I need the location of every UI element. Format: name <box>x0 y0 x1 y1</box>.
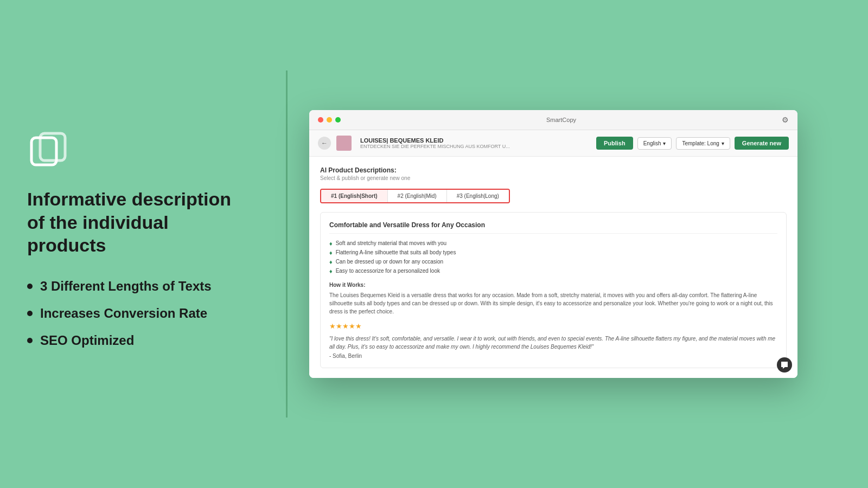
diamond-icon-1: ♦ <box>329 240 333 247</box>
product-info: LOUISES| BEQUEMES KLEID ENTDECKEN SIE DI… <box>360 137 510 149</box>
section-title: AI Product Descriptions: <box>320 166 787 174</box>
product-name: LOUISES| BEQUEMES KLEID <box>360 137 510 144</box>
section-subtitle: Select & publish or generate new one <box>320 175 787 181</box>
template-dropdown[interactable]: Template: Long ▾ <box>676 137 730 150</box>
feature-item-1: 3 Different Lengths of Texts <box>27 279 233 294</box>
vertical-divider <box>286 70 288 418</box>
bullet-point-3: ♦ Can be dressed up or down for any occa… <box>329 259 777 265</box>
browser-title: SmartCopy <box>546 117 576 123</box>
feature-item-3: SEO Optimized <box>27 333 233 348</box>
chevron-down-icon-2: ▾ <box>722 140 724 146</box>
diamond-icon-2: ♦ <box>329 249 333 256</box>
app-header: ← LOUISES| BEQUEMES KLEID ENTDECKEN SIE … <box>309 130 797 157</box>
app-header-left: ← LOUISES| BEQUEMES KLEID ENTDECKEN SIE … <box>318 136 510 151</box>
bullet-point-4: ♦ Easy to accessorize for a personalized… <box>329 268 777 274</box>
star-rating: ★★★★★ <box>329 322 777 330</box>
settings-icon[interactable]: ⚙ <box>782 115 789 124</box>
right-panel: SmartCopy ⚙ ← LOUISES| BEQUEMES KLEID EN… <box>260 88 868 400</box>
bullet-point-1: ♦ Soft and stretchy material that moves … <box>329 240 777 247</box>
tab-short[interactable]: #1 (English|Short) <box>321 190 388 202</box>
header-actions: Publish English ▾ Template: Long ▾ Gener… <box>596 137 789 150</box>
feature-item-2: Increases Conversion Rate <box>27 306 233 321</box>
dot-green[interactable] <box>335 117 341 123</box>
bullet-2 <box>27 311 33 316</box>
chevron-down-icon: ▾ <box>663 140 666 146</box>
card-title: Comfortable and Versatile Dress for Any … <box>329 221 777 234</box>
product-subtitle: ENTDECKEN SIE DIE PERFEKTE MISCHUNG AUS … <box>360 144 510 149</box>
language-dropdown[interactable]: English ▾ <box>637 137 672 150</box>
back-button[interactable]: ← <box>318 137 331 150</box>
logo-icon <box>27 128 71 171</box>
browser-dots <box>318 117 341 123</box>
description-text: The Louises Bequemes Kleid is a versatil… <box>329 291 777 316</box>
tabs-container: #1 (English|Short) #2 (English|Mid) #3 (… <box>320 189 510 203</box>
tab-mid[interactable]: #2 (English|Mid) <box>388 190 447 202</box>
browser-window: SmartCopy ⚙ ← LOUISES| BEQUEMES KLEID EN… <box>309 110 797 378</box>
browser-bar: SmartCopy ⚙ <box>309 110 797 130</box>
dot-red[interactable] <box>318 117 323 123</box>
how-it-works-label: How it Works: <box>329 282 777 288</box>
diamond-icon-3: ♦ <box>329 259 333 265</box>
tab-long[interactable]: #3 (English|Long) <box>447 190 509 202</box>
publish-button[interactable]: Publish <box>596 137 633 150</box>
diamond-icon-4: ♦ <box>329 268 333 274</box>
reviewer-name: - Sofia, Berlin <box>329 353 777 359</box>
chat-icon[interactable] <box>777 357 792 373</box>
dot-yellow[interactable] <box>327 117 332 123</box>
app-content: AI Product Descriptions: Select & publis… <box>309 157 797 378</box>
bullet-3 <box>27 338 33 343</box>
feature-list: 3 Different Lengths of Texts Increases C… <box>27 279 233 348</box>
bullet-1 <box>27 284 33 289</box>
left-panel: Informative description of the individua… <box>0 95 260 393</box>
content-card: Comfortable and Versatile Dress for Any … <box>320 212 787 368</box>
generate-new-button[interactable]: Generate new <box>735 137 789 150</box>
review-text: "I love this dress! It's soft, comfortab… <box>329 335 777 351</box>
main-heading: Informative description of the individua… <box>27 188 233 257</box>
bullet-point-2: ♦ Flattering A-line silhouette that suit… <box>329 249 777 256</box>
product-thumbnail <box>336 136 352 151</box>
